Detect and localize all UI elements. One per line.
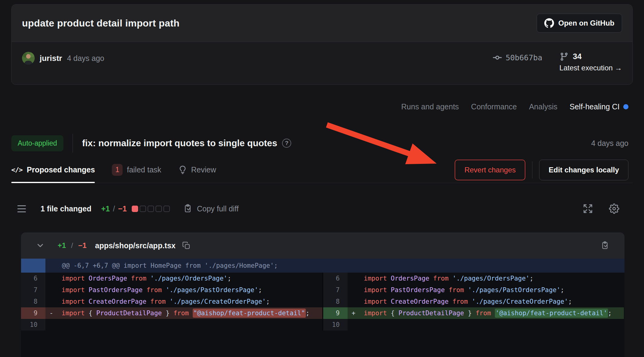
line-number: 6 [21,273,45,284]
additions-count: +1 [101,204,110,213]
commit-card: update product detail import path Open o… [11,4,633,85]
tab-failed-task[interactable]: 1 failed task [112,157,161,183]
tab-review-label: Review [191,165,216,174]
expand-icon [583,203,593,214]
clipboard-icon [183,204,193,214]
help-icon[interactable]: ? [282,139,291,148]
diff-marker [49,284,62,296]
commit-title: update product detail import path [22,18,180,29]
edit-changes-locally-button[interactable]: Edit changes locally [539,160,628,180]
diff-toolbar: 1 file changed +1 / −1 Copy full diff [11,201,633,216]
diff-row: 7import PastOrdersPage from './pages/Pas… [21,284,322,296]
nav-item[interactable]: Analysis [529,102,557,111]
nav-item[interactable]: Conformance [471,102,517,111]
tab-proposed-changes[interactable]: </> Proposed changes [11,157,95,183]
collapse-file-button[interactable] [36,241,45,250]
diff-stat-block [163,206,170,212]
commit-sha-value: 50b667ba [506,53,542,62]
github-icon [544,18,554,28]
copy-full-diff-button[interactable]: Copy full diff [183,204,239,214]
line-number: 8 [323,296,348,307]
diff-marker [352,319,364,330]
diff-stat-block [156,206,162,212]
settings-button[interactable] [609,203,619,214]
diff-row: 10 [323,319,624,330]
avatar[interactable] [22,52,35,65]
copy-file-diff-button[interactable] [601,241,610,250]
diff-marker [49,319,62,330]
top-nav: Runs and agentsConformanceAnalysisSelf-h… [11,102,633,111]
line-number: 7 [21,284,45,296]
fix-header: Auto-applied fix: normalize import quote… [11,134,633,153]
diff-stat-block [148,206,154,212]
open-on-github-label: Open on GitHub [558,19,614,27]
file-stat-separator: / [71,241,73,249]
diff-pane-new: 6import OrdersPage from './pages/OrdersP… [323,273,624,330]
diff-row: 9-import { ProductDetailPage } from "@ai… [21,307,322,319]
latest-execution-link[interactable]: Latest execution → [560,64,622,72]
revert-changes-button[interactable]: Revert changes [455,160,525,180]
line-number: 10 [323,319,348,330]
diff-marker: - [49,307,62,319]
code-icon: </> [11,166,23,174]
code-line: import CreateOrderPage from './pages/Cre… [364,296,624,307]
file-path: apps/shop/src/app.tsx [95,241,176,250]
line-number: 10 [21,319,45,330]
stat-separator: / [113,204,115,213]
failed-count-badge: 1 [112,164,123,176]
diff-row: 8import CreateOrderPage from './pages/Cr… [323,296,624,307]
diff-row: 6import OrdersPage from './pages/OrdersP… [323,273,624,284]
diff-blocks [132,206,170,212]
diff-stat-block [140,206,146,212]
diff-marker [352,284,364,296]
executions-count[interactable]: 34 [560,52,582,61]
diff-row: 6import OrdersPage from './pages/OrdersP… [21,273,322,284]
diff-marker [352,296,364,307]
diff-card: +1 / −1 apps/shop/src/app.tsx @@ -6,7 +6… [21,232,624,357]
executions-count-value: 34 [573,52,582,61]
hunk-header: @@ -6,7 +6,7 @@ import HomePage from './… [21,259,624,273]
clipboard-diff-icon [601,241,610,250]
file-list-menu-icon[interactable] [17,205,26,212]
fix-time: 4 days ago [591,139,633,148]
code-line: import PastOrdersPage from './pages/Past… [62,284,322,296]
diff-split-view: 6import OrdersPage from './pages/OrdersP… [21,273,624,330]
divider [532,161,532,178]
commit-sha[interactable]: 50b667ba [493,53,542,62]
file-deletions: −1 [78,241,86,249]
fix-title: fix: normalize import quotes to single q… [82,138,277,148]
diff-marker [49,273,62,284]
copy-icon [182,241,191,250]
code-line: import OrdersPage from './pages/OrdersPa… [364,273,624,284]
line-number: 7 [323,284,348,296]
lightbulb-icon [178,166,187,174]
diff-marker [49,296,62,307]
open-on-github-button[interactable]: Open on GitHub [537,14,622,33]
deletions-count: −1 [118,204,127,213]
hunk-text: @@ -6,7 +6,7 @@ import HomePage from './… [45,262,278,269]
nav-item[interactable]: Self-healing CI [570,102,628,111]
diff-marker [352,273,364,284]
code-line: import { ProductDetailPage } from "@aish… [62,307,322,319]
diff-row: 10 [21,319,322,330]
line-number: 6 [323,273,348,284]
code-line [364,319,624,330]
line-number: 9 [323,307,348,319]
tab-failed-task-label: failed task [127,165,161,174]
author-name[interactable]: juristr [40,54,62,63]
line-number: 8 [21,296,45,307]
file-additions: +1 [58,241,66,249]
nav-item[interactable]: Runs and agents [401,102,459,111]
commit-time: 4 days ago [67,54,104,63]
hunk-gutter [21,259,45,273]
code-line: import { ProductDetailPage } from '@aish… [364,307,624,319]
expand-button[interactable] [583,203,593,214]
tab-review[interactable]: Review [178,157,216,183]
auto-applied-badge: Auto-applied [11,135,63,151]
avatar-image [22,52,35,65]
copy-path-button[interactable] [182,241,191,250]
copy-full-diff-label: Copy full diff [197,204,239,213]
gear-icon [609,203,619,214]
files-changed-label: 1 file changed [41,204,91,213]
tab-proposed-changes-label: Proposed changes [27,165,95,174]
